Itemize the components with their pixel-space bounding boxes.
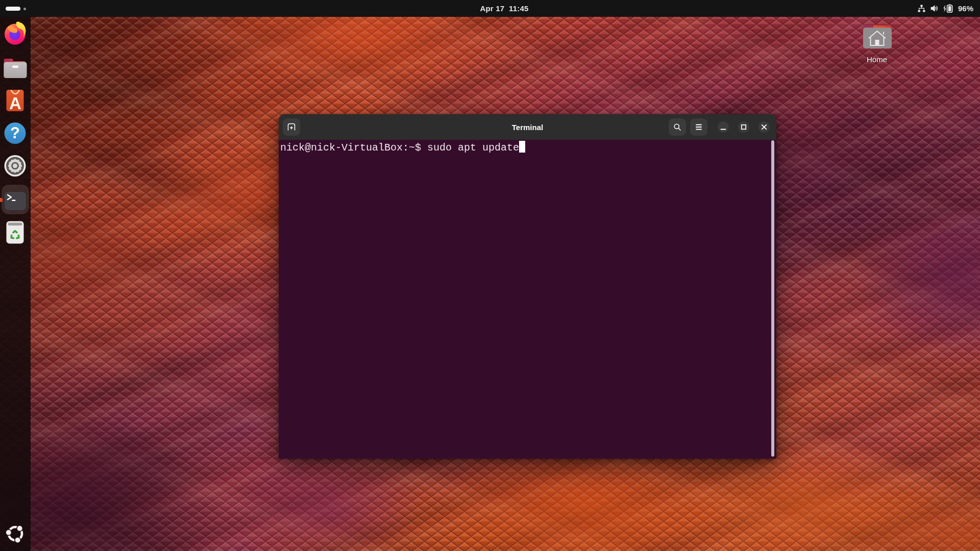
svg-text:A: A [9, 94, 21, 113]
svg-text:?: ? [10, 124, 20, 142]
